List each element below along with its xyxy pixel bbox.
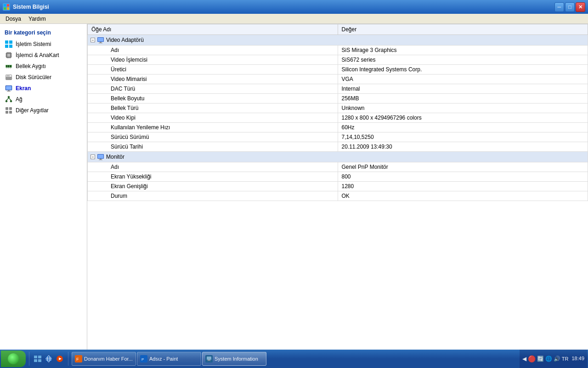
row-name: Ekran Genişliği [88,182,338,191]
row-value: Silicon Integrated Systems Corp. [338,65,588,75]
sidebar-item-isletim[interactable]: İşletim Sistemi [2,39,85,50]
sidebar-item-diger[interactable]: Diğer Aygıtlar [2,105,85,116]
svg-rect-3 [7,7,9,10]
network-status-icon: 🌐 [545,356,552,362]
sidebar-label-isletim: İşletim Sistemi [16,41,51,47]
language-indicator[interactable]: TR [562,356,569,362]
table-row: ÜreticiSilicon Integrated Systems Corp. [88,65,588,75]
network-icon [5,95,13,104]
row-name: Bellek Boyutu [88,94,338,104]
svg-rect-57 [38,359,41,362]
svg-rect-1 [7,4,9,6]
svg-rect-32 [6,75,10,76]
collapse-btn-monitor[interactable]: − [90,155,95,159]
maximize-button[interactable]: □ [565,2,575,12]
media-btn[interactable] [55,354,65,364]
taskbar: F Donanım Haber For... P Adsız - Paint S… [0,350,588,368]
table-row: Video Kipi1280 x 800 x 4294967296 colors [88,113,588,123]
sidebar-label-bellek: Bellek Aygıtı [16,63,46,69]
col-header-value: Değer [338,24,588,35]
row-value: 800 [338,172,588,182]
menu-yardim[interactable]: Yardım [25,15,50,23]
sysinfo-app-label: System Information [215,356,258,362]
svg-rect-7 [9,45,12,48]
sidebar-label-disk: Disk Sürücüler [16,74,51,80]
row-name: Sürücü Sürümü [88,132,338,142]
clock-time: 18:49 [571,355,584,362]
row-name: Video İşlemcisi [88,55,338,65]
svg-rect-34 [6,86,11,90]
table-row: DAC TürüInternal [88,84,588,94]
sidebar-item-disk[interactable]: Disk Sürücüler [2,72,85,83]
sysinfo-icon [205,355,213,362]
svg-rect-5 [9,40,12,44]
svg-rect-36 [7,91,11,92]
row-value: 20.11.2009 13:49:30 [338,142,588,152]
sidebar-item-bellek[interactable]: Bellek Aygıtı [2,61,85,72]
svg-point-37 [8,96,10,98]
svg-rect-44 [6,111,8,114]
svg-rect-52 [100,159,102,160]
taskbar-app-forum[interactable]: F Donanım Haber For... [72,352,136,366]
svg-rect-48 [100,42,102,43]
sidebar-item-ag[interactable]: Ağ [2,94,85,105]
taskbar-apps: F Donanım Haber For... P Adsız - Paint S… [70,352,520,366]
menu-dosya[interactable]: Dosya [2,15,25,23]
taskbar-separator [29,352,29,366]
row-value: Unknown [338,104,588,113]
svg-rect-55 [38,356,41,358]
table-row: Bellek Boyutu256MB [88,94,588,104]
svg-rect-72 [207,361,211,361]
collapse-btn-video-adapter[interactable]: − [90,38,95,42]
row-value: OK [338,191,588,201]
ie-btn[interactable] [44,354,54,364]
close-button[interactable]: ✕ [576,2,585,12]
sidebar-item-ekran[interactable]: Ekran [2,83,85,94]
svg-point-38 [6,100,7,102]
svg-rect-4 [5,40,8,44]
sidebar-label-ekran: Ekran [16,85,31,92]
table-row: Video İşlemcisiSiS672 series [88,55,588,65]
taskbar-separator-2 [68,352,68,366]
row-name: Sürücü Tarihi [88,142,338,152]
sound-icon: 🔊 [554,356,560,362]
row-name: Adı [88,162,338,172]
svg-rect-25 [10,65,11,67]
minimize-button[interactable]: ─ [554,2,564,12]
info-table: Öğe Adı Değer − Video Adaptörü AdıSiS Mi… [87,24,588,201]
row-value: Internal [338,84,588,94]
row-name: Video Kipi [88,113,338,123]
devices-icon [5,106,13,115]
system-clock: 18:49 [570,355,584,362]
monitor-icon [5,84,13,92]
table-row: AdıGenel PnP Monitör [88,162,588,172]
row-value: 7,14,10,5250 [338,132,588,142]
sidebar-item-islemci[interactable]: İşlemci & AnaKart [2,50,85,61]
windows-icon [5,40,13,48]
svg-text:F: F [76,357,79,362]
chevron-icon[interactable]: ◀ [522,356,526,362]
show-desktop-btn[interactable] [33,354,43,364]
row-name: Bellek Türü [88,104,338,113]
svg-line-40 [6,98,9,100]
taskbar-app-paint[interactable]: P Adsız - Paint [137,352,201,366]
svg-rect-54 [34,356,37,358]
cpu-icon [5,51,13,59]
section-title-video-adapter: Video Adaptörü [106,37,144,43]
start-button[interactable] [1,351,26,367]
section-title-monitor: Monitör [106,154,124,160]
row-name: Ekran Yüksekliği [88,172,338,182]
ram-icon [5,62,13,70]
title-icon [3,3,10,11]
svg-rect-35 [8,90,10,91]
sidebar-label-diger: Diğer Aygıtlar [16,107,49,114]
row-name: Video Mimarisi [88,75,338,84]
taskbar-app-sysinfo[interactable]: System Information [202,352,266,366]
start-orb [8,353,19,364]
paint-app-label: Adsız - Paint [149,356,178,362]
svg-rect-23 [6,65,7,67]
row-name: Durum [88,191,338,201]
row-value: SiS672 series [338,55,588,65]
row-name: DAC Türü [88,84,338,94]
main-content: Bir kategori seçin İşletim Sistemi [0,24,588,350]
